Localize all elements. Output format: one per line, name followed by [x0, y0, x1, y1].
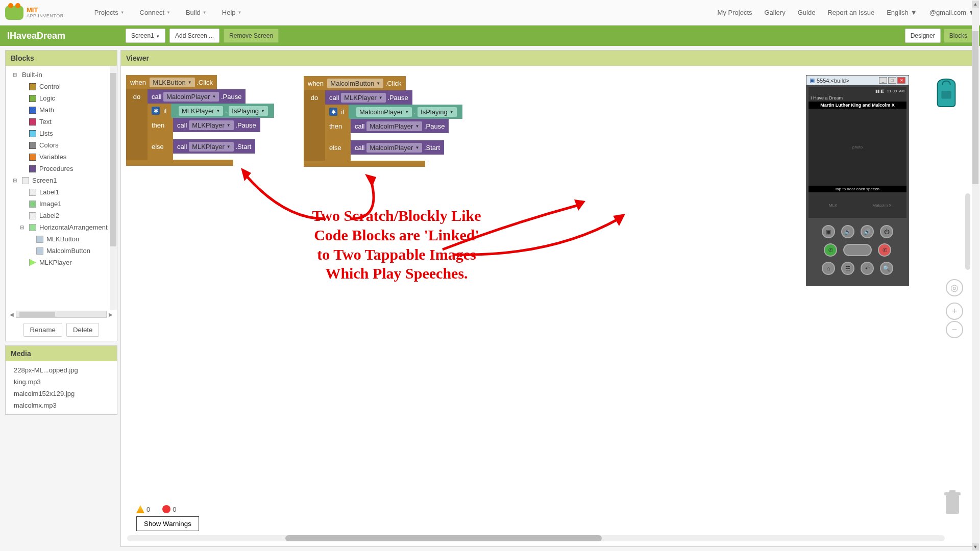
logo-text-bottom: APP INVENTOR — [27, 13, 64, 18]
call-icon[interactable]: ✆ — [824, 243, 837, 257]
tree-image1[interactable]: Image1 — [8, 198, 115, 210]
volume-down-icon[interactable]: 🔉 — [841, 225, 854, 238]
backpack-icon[interactable] — [932, 76, 961, 108]
tree-harr[interactable]: ⊟HorizontalArrangement — [8, 221, 115, 233]
tree-mlkbutton[interactable]: MLKButton — [8, 233, 115, 245]
media-file[interactable]: malcolmx.mp3 — [13, 399, 110, 411]
warning-icon — [136, 505, 144, 513]
tree-label2[interactable]: Label2 — [8, 210, 115, 221]
tree-screen1[interactable]: ⊟Screen1 — [8, 174, 115, 186]
chevron-down-icon: ▼ — [911, 9, 917, 16]
volume-up-icon[interactable]: 🔊 — [861, 225, 874, 238]
menu-icon[interactable]: ☰ — [841, 262, 854, 275]
zoom-in-button[interactable]: + — [946, 303, 963, 320]
block-dd-malcolmplayer[interactable]: MalcolmPlayer▼ — [366, 143, 422, 153]
block-then: then — [148, 118, 173, 132]
trash-icon[interactable] — [942, 489, 963, 516]
lang-english[interactable]: English ▼ — [887, 9, 917, 16]
link-my-projects[interactable]: My Projects — [718, 9, 752, 16]
camera-icon[interactable]: ▣ — [822, 225, 835, 238]
link-report-issue[interactable]: Report an Issue — [827, 9, 874, 16]
link-gallery[interactable]: Gallery — [765, 9, 786, 16]
designer-tab[interactable]: Designer — [905, 29, 941, 43]
block-call-pause2: call MalcolmPlayer▼ .Pause — [351, 119, 449, 133]
emulator-mlk-image[interactable]: MLK — [808, 192, 857, 218]
nav-help[interactable]: Help▼ — [222, 9, 242, 16]
block-group-mlk[interactable]: when MLKButton▼ .Click do call MalcolmPl… — [126, 75, 274, 166]
tree-builtin[interactable]: ⊟Built-in — [8, 69, 115, 81]
tree-label1[interactable]: Label1 — [8, 186, 115, 198]
tree-mlkplayer[interactable]: MLKPlayer — [8, 257, 115, 268]
block-dd-mlkbutton[interactable]: MLKButton▼ — [150, 78, 194, 87]
block-call-pause: call MLKPlayer▼ .Pause — [325, 90, 412, 105]
nav-build[interactable]: Build▼ — [186, 9, 207, 16]
tree-math[interactable]: Math — [8, 104, 115, 116]
blocks-tab[interactable]: Blocks — [944, 29, 973, 43]
tree-lists[interactable]: Lists — [8, 128, 115, 139]
tree-control[interactable]: Control — [8, 81, 115, 92]
sidebar: Blocks ⊟Built-in Control Logic Math Text… — [0, 46, 117, 551]
block-dd-malcolmplayer[interactable]: MalcolmPlayer▼ — [163, 92, 219, 102]
media-file[interactable]: malcolm152x129.jpg — [13, 388, 110, 399]
dpad[interactable] — [843, 244, 872, 256]
screen-dropdown[interactable]: Screen1 ▼ — [126, 29, 165, 43]
link-guide[interactable]: Guide — [798, 9, 816, 16]
emulator-image-row: MLK Malcolm X — [808, 192, 906, 218]
emulator-caption: tap to hear each speech — [808, 186, 906, 192]
gear-icon[interactable]: ✱ — [329, 108, 337, 116]
zoom-out-button[interactable]: − — [946, 321, 963, 338]
tree-text[interactable]: Text — [8, 116, 115, 128]
media-file[interactable]: king.mp3 — [13, 376, 110, 388]
annotation-text: Two Scratch/Blockly Like Code Blocks are… — [233, 206, 560, 283]
page-scrollbar[interactable]: ▲ ▼ — [972, 1, 979, 550]
tree-malcolmbutton[interactable]: MalcolmButton — [8, 245, 115, 257]
block-dd-malcolmplayer[interactable]: MalcolmPlayer▼ — [366, 121, 422, 131]
block-dd-malcolmbutton[interactable]: MalcolmButton▼ — [327, 79, 383, 88]
block-dd-isplaying[interactable]: IsPlaying▼ — [229, 106, 268, 116]
tree-variables[interactable]: Variables — [8, 151, 115, 163]
recenter-button[interactable]: ◎ — [946, 279, 963, 296]
top-bar: MIT APP INVENTOR Projects▼ Connect▼ Buil… — [0, 0, 980, 26]
delete-button[interactable]: Delete — [66, 323, 100, 337]
emulator-app-bar: I Have a Dream — [808, 94, 906, 102]
chevron-down-icon: ▼ — [120, 10, 125, 15]
nav-projects[interactable]: Projects▼ — [94, 9, 125, 16]
block-if: ✱ if — [325, 105, 349, 119]
gear-icon[interactable]: ✱ — [152, 107, 160, 115]
block-dd-isplaying[interactable]: IsPlaying▼ — [418, 107, 457, 117]
sidebar-hscroll[interactable]: ◀▶ — [6, 310, 117, 319]
logo-text-wrap: MIT APP INVENTOR — [27, 7, 64, 18]
block-dd-malcolmplayer[interactable]: MalcolmPlayer▼ — [356, 107, 412, 117]
window-min-icon[interactable]: _ — [879, 77, 887, 84]
end-call-icon[interactable]: ✆ — [878, 243, 891, 257]
nav-connect[interactable]: Connect▼ — [140, 9, 170, 16]
rename-button[interactable]: Rename — [23, 323, 62, 337]
svg-rect-0 — [941, 91, 951, 98]
block-dd-mlkplayer[interactable]: MLKPlayer▼ — [189, 120, 234, 130]
tree-logic[interactable]: Logic — [8, 92, 115, 104]
user-menu[interactable]: @gmail.com ▼ — [929, 9, 975, 16]
tree-colors[interactable]: Colors — [8, 139, 115, 151]
media-file[interactable]: 228px-ML...opped.jpg — [13, 364, 110, 376]
window-close-icon[interactable]: ✕ — [897, 77, 905, 84]
emulator-malcolm-image[interactable]: Malcolm X — [857, 192, 906, 218]
canvas-vscroll[interactable] — [965, 193, 970, 270]
canvas-hscroll[interactable] — [127, 535, 945, 541]
power-icon[interactable]: ⏻ — [880, 225, 893, 238]
show-warnings-button[interactable]: Show Warnings — [136, 516, 199, 531]
block-dd-mlkplayer[interactable]: MLKPlayer▼ — [179, 106, 224, 116]
block-dd-mlkplayer[interactable]: MLKPlayer▼ — [189, 142, 234, 152]
block-group-malcolm[interactable]: when MalcolmButton▼ .Click do call MLKPl… — [304, 76, 462, 167]
remove-screen-button[interactable]: Remove Screen — [224, 29, 279, 43]
add-screen-button[interactable]: Add Screen ... — [169, 29, 219, 43]
block-if: ✱ if — [148, 104, 171, 118]
search-icon[interactable]: 🔍 — [880, 262, 893, 275]
tree-procedures[interactable]: Procedures — [8, 163, 115, 174]
back-icon[interactable]: ↶ — [861, 262, 874, 275]
block-dd-mlkplayer[interactable]: MLKPlayer▼ — [341, 93, 386, 103]
window-max-icon[interactable]: □ — [888, 77, 896, 84]
chevron-down-icon: ▼ — [166, 10, 170, 15]
home-icon[interactable]: ⌂ — [822, 262, 835, 275]
blocks-canvas[interactable]: when MLKButton▼ .Click do call MalcolmPl… — [121, 66, 975, 546]
sidebar-scrollbar[interactable] — [110, 66, 117, 310]
